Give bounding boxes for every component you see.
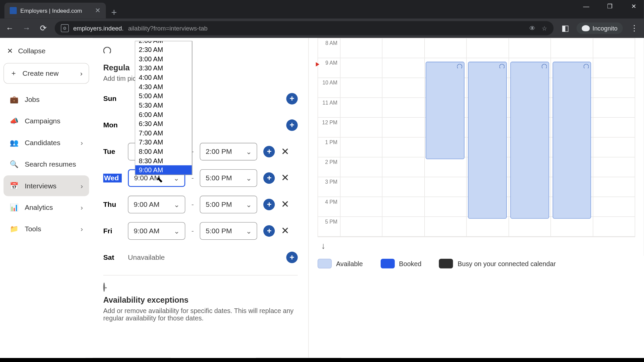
day-label: Tue bbox=[103, 148, 122, 156]
dropdown-option[interactable]: 5:00 AM bbox=[136, 91, 192, 101]
day-row-fri: Fri9:00 AM⌄-5:00 PM⌄+✕ bbox=[103, 222, 298, 240]
dropdown-option[interactable]: 8:30 AM bbox=[136, 156, 192, 166]
reload-button[interactable]: ⟳ bbox=[38, 23, 49, 33]
collapse-button[interactable]: ✕ Collapse bbox=[4, 42, 89, 59]
remove-slot-button[interactable]: ✕ bbox=[281, 225, 289, 237]
recurring-icon bbox=[584, 64, 589, 69]
remove-slot-button[interactable]: ✕ bbox=[281, 146, 289, 157]
add-slot-button[interactable]: + bbox=[263, 199, 275, 210]
folder-icon: 📁 bbox=[10, 225, 18, 233]
section-title: Regula bbox=[103, 63, 298, 73]
add-slot-button[interactable]: + bbox=[263, 225, 275, 237]
browser-tab[interactable]: Employers | Indeed.com ✕ bbox=[4, 3, 106, 18]
chevron-right-icon: › bbox=[80, 139, 83, 147]
section-subtitle: Add tim pically available. bbox=[103, 74, 298, 82]
end-time-select[interactable]: 5:00 PM⌄ bbox=[200, 169, 257, 187]
dropdown-option[interactable]: 4:30 AM bbox=[136, 82, 192, 92]
dropdown-option[interactable]: 8:00 AM bbox=[136, 147, 192, 156]
availability-block[interactable] bbox=[552, 62, 591, 219]
chevron-right-icon: › bbox=[80, 69, 83, 77]
end-time-select[interactable]: 5:00 PM⌄ bbox=[200, 222, 257, 240]
calendar-grid[interactable]: 8 AM9 AM10 AM11 AM12 PM1 PM2 PM3 PM4 PM5… bbox=[318, 38, 635, 237]
chevron-down-icon: ⌄ bbox=[174, 200, 179, 209]
add-slot-button[interactable]: + bbox=[263, 172, 275, 184]
refresh-icon[interactable] bbox=[103, 47, 111, 55]
incognito-badge[interactable]: Incognito bbox=[577, 22, 623, 34]
close-icon[interactable]: ✕ bbox=[95, 7, 101, 15]
day-label: Sat bbox=[103, 253, 122, 261]
hour-label: 1 PM bbox=[318, 137, 340, 157]
dropdown-option[interactable]: 7:00 AM bbox=[136, 128, 192, 138]
start-time-select[interactable]: 9:00 AM⌄ bbox=[128, 222, 185, 240]
dropdown-option[interactable]: 9:00 AM bbox=[136, 165, 192, 175]
availability-block[interactable] bbox=[426, 62, 465, 159]
dropdown-option[interactable]: 3:30 AM bbox=[136, 63, 192, 73]
new-tab-button[interactable]: + bbox=[106, 7, 122, 18]
tab-title: Employers | Indeed.com bbox=[20, 7, 82, 14]
hour-label: 3 PM bbox=[318, 177, 340, 197]
start-time-select[interactable]: 9:00 AM⌄ bbox=[128, 196, 185, 214]
swatch-available bbox=[318, 259, 332, 268]
day-label: Wed bbox=[103, 174, 122, 182]
day-row-wed: Wed9:00 AM⌄-5:00 PM⌄+✕ bbox=[103, 169, 298, 187]
day-row-tue: Tue⌄-2:00 PM⌄+✕ bbox=[103, 143, 298, 161]
add-slot-button[interactable]: + bbox=[286, 252, 298, 263]
hour-label: 5 PM bbox=[318, 217, 340, 236]
day-row-sat: SatUnavailable+ bbox=[103, 249, 298, 266]
people-icon: 👥 bbox=[10, 138, 18, 147]
dropdown-option[interactable]: 7:30 AM bbox=[136, 137, 192, 147]
menu-button[interactable]: ⋮ bbox=[629, 23, 640, 33]
add-slot-button[interactable]: + bbox=[263, 146, 275, 157]
add-slot-button[interactable]: + bbox=[286, 93, 298, 104]
minimize-button[interactable]: ― bbox=[580, 3, 593, 10]
sidebar-item-jobs[interactable]: 💼Jobs bbox=[4, 89, 89, 110]
time-dropdown[interactable]: 1:00 AM1:30 AM2:00 AM2:30 AM3:00 AM3:30 … bbox=[135, 41, 192, 175]
dropdown-option[interactable]: 2:30 AM bbox=[136, 45, 192, 54]
chevron-down-icon: ⌄ bbox=[246, 174, 252, 182]
forward-button[interactable]: → bbox=[21, 23, 32, 33]
dropdown-option[interactable]: 6:30 AM bbox=[136, 119, 192, 128]
sidebar-item-interviews[interactable]: 📅Interviews› bbox=[4, 175, 89, 196]
eye-off-icon[interactable]: 👁 bbox=[529, 25, 535, 32]
recurring-icon bbox=[541, 64, 547, 69]
close-window-button[interactable]: ✕ bbox=[627, 3, 640, 10]
dropdown-option[interactable]: 2:00 AM bbox=[136, 41, 192, 45]
url-text: employers.indeed. bbox=[73, 25, 123, 32]
chevron-down-icon: ⌄ bbox=[246, 200, 252, 209]
add-slot-button[interactable]: + bbox=[286, 119, 298, 131]
chevron-right-icon: › bbox=[80, 182, 83, 190]
remove-slot-button[interactable]: ✕ bbox=[281, 172, 289, 184]
bars-icon: 📊 bbox=[10, 203, 18, 212]
site-settings-icon[interactable]: ⚙ bbox=[61, 24, 69, 32]
create-new-button[interactable]: ＋ Create new › bbox=[4, 63, 89, 84]
sidebar-item-analytics[interactable]: 📊Analytics› bbox=[4, 197, 89, 218]
end-time-select[interactable]: 2:00 PM⌄ bbox=[200, 143, 257, 161]
close-icon: ✕ bbox=[7, 47, 13, 55]
day-row-mon: Mon+ bbox=[103, 116, 298, 134]
sidebar-item-tools[interactable]: 📁Tools› bbox=[4, 219, 89, 239]
maximize-button[interactable]: ❐ bbox=[603, 3, 616, 10]
sidepanel-icon[interactable]: ◧ bbox=[560, 23, 571, 33]
now-indicator bbox=[316, 62, 320, 66]
chevron-down-icon: ⌄ bbox=[173, 174, 179, 182]
sidebar-item-search-resumes[interactable]: 🔍Search resumes bbox=[4, 154, 89, 175]
sidebar-item-candidates[interactable]: 👥Candidates› bbox=[4, 132, 89, 153]
chevron-right-icon: › bbox=[80, 203, 83, 212]
dropdown-option[interactable]: 6:00 AM bbox=[136, 110, 192, 119]
day-label: Thu bbox=[103, 200, 122, 208]
dropdown-option[interactable]: 4:00 AM bbox=[136, 73, 192, 82]
availability-block[interactable] bbox=[468, 62, 506, 219]
availability-block[interactable] bbox=[510, 62, 549, 219]
scroll-down-icon[interactable]: ↓ bbox=[321, 241, 635, 251]
end-time-select[interactable]: 5:00 PM⌄ bbox=[200, 196, 257, 214]
sidebar-item-campaigns[interactable]: 📣Campaigns bbox=[4, 111, 89, 131]
day-row-sun: Sun+ bbox=[103, 90, 298, 108]
bookmark-icon[interactable]: ☆ bbox=[542, 25, 547, 32]
address-bar[interactable]: ⚙ employers.indeed. ailability?from=inte… bbox=[55, 21, 553, 35]
calendar-panel: 8 AM9 AM10 AM11 AM12 PM1 PM2 PM3 PM4 PM5… bbox=[309, 38, 644, 358]
back-button[interactable]: ← bbox=[4, 23, 15, 33]
remove-slot-button[interactable]: ✕ bbox=[281, 199, 289, 210]
dropdown-option[interactable]: 5:30 AM bbox=[136, 101, 192, 110]
dropdown-option[interactable]: 3:00 AM bbox=[136, 54, 192, 64]
browser-toolbar: ← → ⟳ ⚙ employers.indeed. ailability?fro… bbox=[0, 18, 644, 38]
